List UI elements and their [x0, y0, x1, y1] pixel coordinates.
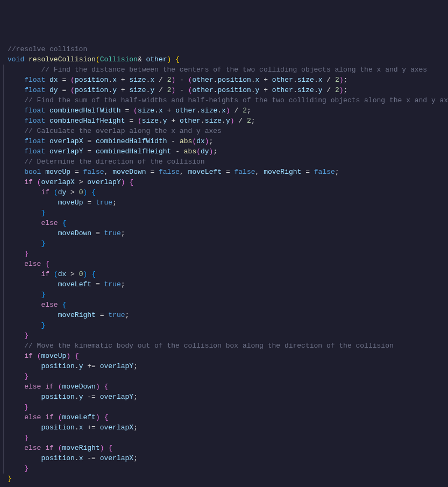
code-line: float overlapY = combinedHalfHeight - ab…	[3, 146, 448, 157]
code-line: float dy = (position.y + size.y / 2) - (…	[3, 85, 448, 95]
code-line: moveRight = true;	[3, 310, 448, 320]
code-line: else {	[3, 218, 448, 228]
code-line: moveLeft = true;	[3, 279, 448, 290]
code-line: float dx = (position.x + size.x / 2) - (…	[3, 75, 448, 85]
code-line: position.y -= overlapY;	[3, 392, 448, 402]
code-line: // Move the kinematic body out of the co…	[3, 341, 448, 351]
code-line: }	[3, 238, 448, 249]
code-line: // Find the distance between the centers…	[3, 65, 448, 75]
code-line: }	[3, 330, 448, 341]
code-line: }	[3, 290, 448, 300]
code-line: }	[3, 433, 448, 443]
code-line: else {	[3, 300, 448, 310]
code-line: bool moveUp = false, moveDown = false, m…	[3, 167, 448, 177]
code-line: moveDown = true;	[3, 228, 448, 238]
code-line: else if (moveRight) {	[3, 443, 448, 453]
code-line: }	[3, 249, 448, 259]
code-line: float combinedHalfHeight = (size.y + oth…	[3, 116, 448, 126]
code-line: }	[3, 474, 448, 484]
code-line: //resolve collision	[3, 44, 448, 54]
code-line: if (dx > 0) {	[3, 269, 448, 279]
code-line: if (dy > 0) {	[3, 187, 448, 197]
code-line: // Determine the direction of the collis…	[3, 157, 448, 167]
code-line: }	[3, 208, 448, 218]
code-line: // Calculate the overlap along the x and…	[3, 126, 448, 136]
code-line: }	[3, 320, 448, 330]
code-line: // Find the sum of the half-widths and h…	[3, 95, 448, 105]
code-line: }	[3, 402, 448, 412]
code-line: else if (moveDown) {	[3, 382, 448, 392]
code-line: else {	[3, 259, 448, 269]
code-line: float combinedHalfWidth = (size.x + othe…	[3, 105, 448, 116]
code-line: moveUp = true;	[3, 197, 448, 208]
code-line: }	[3, 371, 448, 382]
code-line: position.y += overlapY;	[3, 361, 448, 371]
code-line: float overlapX = combinedHalfWidth - abs…	[3, 136, 448, 146]
code-line: if (moveUp) {	[3, 351, 448, 361]
code-line: else if (moveLeft) {	[3, 412, 448, 422]
code-line: position.x -= overlapX;	[3, 453, 448, 463]
code-line: position.x += overlapX;	[3, 422, 448, 433]
code-line: void resolveCollision(Collision& other) …	[3, 54, 448, 65]
code-line: }	[3, 463, 448, 474]
code-editor[interactable]: //resolve collisionvoid resolveCollision…	[3, 44, 448, 484]
code-line: if (overlapX > overlapY) {	[3, 177, 448, 187]
